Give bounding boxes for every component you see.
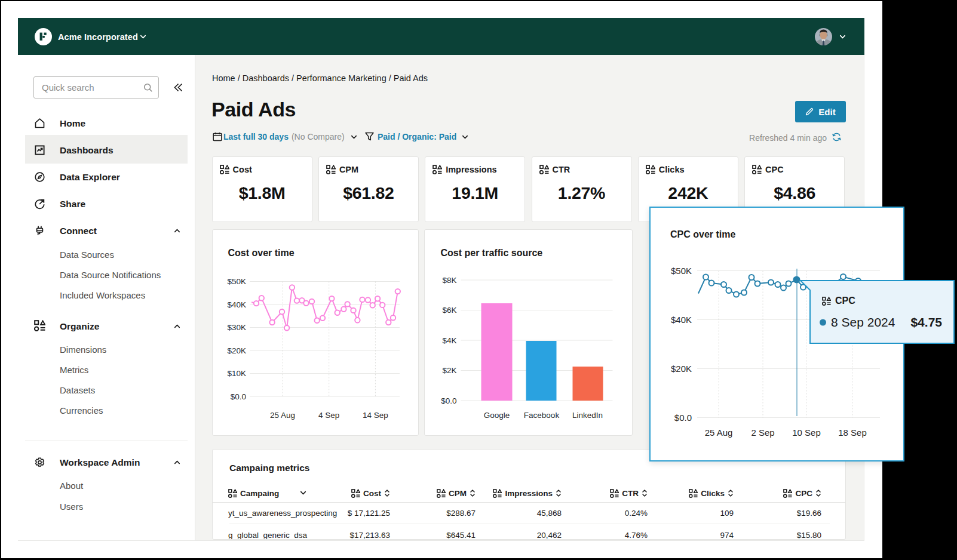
svg-text:$6K: $6K [442, 306, 456, 315]
svg-text:$10K: $10K [227, 369, 246, 378]
svg-text:2 Sep: 2 Sep [751, 427, 774, 438]
svg-text:$50K: $50K [227, 277, 246, 286]
svg-text:25 Aug: 25 Aug [705, 427, 733, 438]
svg-text:14 Sep: 14 Sep [363, 411, 388, 420]
svg-text:18 Sep: 18 Sep [838, 427, 867, 438]
svg-text:Google: Google [483, 411, 510, 420]
svg-text:$0.0: $0.0 [441, 396, 456, 405]
svg-text:$40K: $40K [671, 315, 692, 325]
svg-text:$30K: $30K [227, 323, 246, 332]
svg-text:10 Sep: 10 Sep [792, 427, 821, 438]
svg-text:8 Sep 2024: 8 Sep 2024 [831, 315, 895, 329]
svg-text:4 Sep: 4 Sep [318, 411, 339, 420]
svg-text:$4K: $4K [442, 336, 456, 345]
svg-text:Facebook: Facebook [523, 411, 559, 420]
svg-text:$20K: $20K [671, 364, 692, 374]
svg-text:$0.0: $0.0 [674, 413, 692, 423]
svg-text:$2K: $2K [442, 366, 456, 375]
svg-text:$8K: $8K [442, 276, 456, 285]
svg-text:$20K: $20K [227, 346, 246, 355]
svg-text:$50K: $50K [671, 266, 692, 276]
svg-text:$0.0: $0.0 [230, 392, 246, 401]
svg-text:LinkedIn: LinkedIn [572, 411, 602, 420]
svg-text:25 Aug: 25 Aug [269, 411, 295, 420]
svg-text:$4.75: $4.75 [910, 315, 942, 329]
svg-text:$40K: $40K [227, 300, 246, 309]
svg-text:CPC: CPC [835, 296, 855, 306]
